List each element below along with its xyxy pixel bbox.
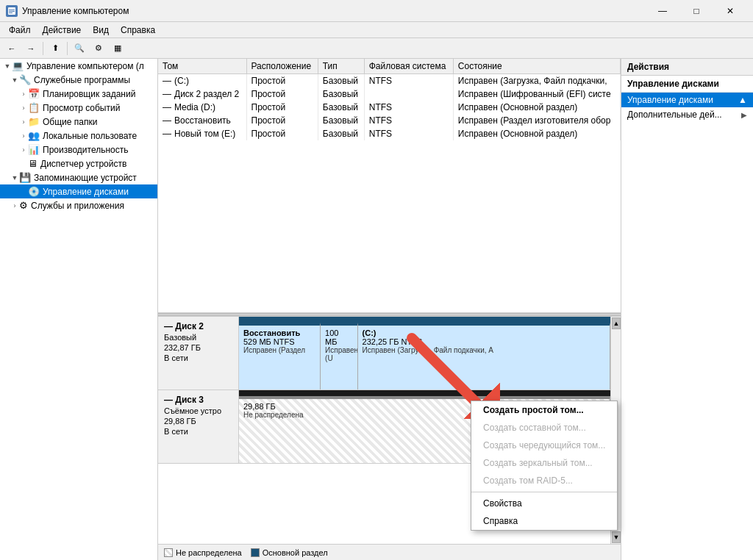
window-controls[interactable]: — □ ✕	[646, 0, 747, 22]
shares-icon: 📁	[28, 116, 40, 127]
legend-primary: Основной раздел	[251, 548, 328, 557]
actions-panel: Действия Управление дисками Управление д…	[621, 59, 753, 560]
table-row[interactable]: —ВосстановитьПростойБазовыйNTFSИсправен …	[158, 114, 621, 127]
tree-item-svcs[interactable]: › ⚙ Службы и приложения	[0, 198, 157, 212]
context-menu-item-raid5[interactable]: Создать том RAID-5...	[471, 472, 617, 489]
table-cell: Простой	[246, 127, 318, 140]
table-row[interactable]: —Media (D:)ПростойБазовыйNTFSИсправен (О…	[158, 101, 621, 114]
expand-icon: ›	[19, 132, 28, 140]
legend-primary-label: Основной раздел	[263, 548, 328, 557]
expand-icon: ›	[19, 118, 28, 126]
menu-file[interactable]: Файл	[3, 24, 37, 37]
toolbar-up[interactable]: ⬆	[46, 40, 64, 57]
tree-item-perf[interactable]: › 📊 Производительность	[0, 143, 157, 157]
context-menu-item-properties[interactable]: Свойства	[471, 495, 617, 512]
disk-2-part-c[interactable]: (C:) 232,25 ГБ NTFS Исправен (Загрузка, …	[358, 323, 610, 390]
svg-rect-3	[9, 12, 13, 13]
table-cell: —Восстановить	[158, 114, 246, 127]
table-cell: Простой	[246, 101, 318, 114]
diskmgmt-icon: 💿	[28, 186, 40, 197]
tree-item-diskmgmt[interactable]: 💿 Управление дисками	[0, 184, 157, 198]
table-cell: —Диск 2 раздел 2	[158, 87, 246, 101]
toolbar-forward[interactable]: →	[22, 40, 40, 57]
storage-icon: 💾	[19, 172, 31, 183]
context-menu-item-help[interactable]: Справка	[471, 512, 617, 530]
tree-label: Просмотр событий	[43, 103, 120, 113]
disk-2-part-100mb[interactable]: 100 МБ Исправен (U	[321, 323, 358, 390]
menu-help[interactable]: Справка	[115, 24, 161, 37]
disk-part-size: 100 МБ	[325, 329, 353, 346]
legend-primary-box	[251, 548, 260, 557]
toolbar-extra[interactable]: ▦	[109, 40, 126, 57]
disk-part-status: Исправен (U	[325, 346, 353, 362]
scheduler-icon: 📅	[28, 88, 40, 99]
table-row[interactable]: —(C:)ПростойБазовыйNTFSИсправен (Загрузк…	[158, 74, 621, 88]
table-cell: Исправен (Загрузка, Файл подкачки,	[453, 74, 620, 88]
table-cell: NTFS	[364, 114, 453, 127]
toolbar-settings[interactable]: ⚙	[90, 40, 107, 57]
table-area[interactable]: Том Расположение Тип Файловая система Со…	[158, 59, 621, 313]
table-cell: Базовый	[318, 74, 364, 88]
legend-bar: Не распределена Основной раздел	[158, 544, 621, 560]
disk-2-header-bar	[239, 317, 610, 323]
table-cell: NTFS	[364, 101, 453, 114]
context-menu-item-mirrored[interactable]: Создать зеркальный том...	[471, 454, 617, 472]
scroll-up-btn[interactable]: ▲	[612, 317, 621, 329]
table-cell: Базовый	[318, 87, 364, 101]
disk-part-size: 529 МБ NTFS	[243, 337, 315, 346]
disk-3-name: — Диск 3	[164, 395, 232, 405]
table-cell: —Новый том (E:)	[158, 127, 246, 140]
perf-icon: 📊	[28, 144, 40, 155]
disk-2-name: — Диск 2	[164, 321, 232, 331]
disk-2-part-restore[interactable]: Восстановить 529 МБ NTFS Исправен (Разде…	[239, 323, 321, 390]
context-menu-item-simple[interactable]: Создать простой том...	[471, 401, 617, 419]
legend-unallocated-box	[164, 548, 173, 557]
scroll-down-btn[interactable]: ▼	[612, 531, 621, 543]
context-menu-item-spanned[interactable]: Создать составной том...	[471, 419, 617, 437]
right-container: Том Расположение Тип Файловая система Со…	[158, 59, 753, 560]
disk-2-size: 232,87 ГБ	[164, 343, 232, 352]
tree-label: Общие папки	[43, 117, 97, 127]
col-tip: Тип	[318, 59, 364, 74]
disk-part-status: Исправен (Загрузка, Файл подкачки, А	[363, 346, 605, 354]
table-header-row: Том Расположение Тип Файловая система Со…	[158, 59, 621, 74]
tree-item-devmgr[interactable]: 🖥 Диспетчер устройств	[0, 157, 157, 170]
maximize-button[interactable]: □	[679, 0, 713, 22]
tree-item-users[interactable]: › 👥 Локальные пользовате	[0, 129, 157, 143]
actions-arrow-icon: ▲	[738, 95, 747, 105]
menu-action[interactable]: Действие	[37, 24, 88, 37]
disk-2-status: В сети	[164, 353, 232, 362]
disk-3-info: — Диск 3 Съёмное устро 29,88 ГБ В сети	[158, 390, 239, 463]
table-cell: NTFS	[364, 127, 453, 140]
tree-item-shares[interactable]: › 📁 Общие папки	[0, 115, 157, 129]
table-cell: Базовый	[318, 114, 364, 127]
table-row[interactable]: —Новый том (E:)ПростойБазовыйNTFSИсправе…	[158, 127, 621, 140]
title-bar: Управление компьютером — □ ✕	[0, 0, 753, 22]
minimize-button[interactable]: —	[646, 0, 679, 22]
table-cell: Исправен (Шифрованный (EFI) систе	[453, 87, 620, 101]
close-button[interactable]: ✕	[713, 0, 747, 22]
tree-item-scheduler[interactable]: › 📅 Планировщик заданий	[0, 87, 157, 101]
expand-icon: ▼	[3, 62, 12, 71]
actions-item-more[interactable]: Дополнительные дей... ▶	[621, 107, 753, 122]
services-icon: 🔧	[19, 74, 31, 85]
tree-item-storage[interactable]: ▼ 💾 Запоминающие устройст	[0, 170, 157, 184]
users-icon: 👥	[28, 130, 40, 141]
disk-2-info: — Диск 2 Базовый 232,87 ГБ В сети	[158, 317, 239, 390]
toolbar-sep-2	[67, 42, 68, 55]
col-state: Состояние	[453, 59, 620, 74]
table-row[interactable]: —Диск 2 раздел 2ПростойБазовыйИсправен (…	[158, 87, 621, 101]
menu-view[interactable]: Вид	[87, 24, 115, 37]
svg-rect-2	[9, 11, 15, 12]
tree-item-computer[interactable]: ▼ 💻 Управление компьютером (л	[0, 59, 157, 73]
tree-item-services[interactable]: ▼ 🔧 Служебные программы	[0, 73, 157, 87]
disk-2-type: Базовый	[164, 333, 232, 342]
tree-label: Производительность	[43, 145, 128, 155]
toolbar-search[interactable]: 🔍	[71, 40, 88, 57]
expand-icon: ›	[19, 90, 28, 98]
toolbar-back[interactable]: ←	[3, 40, 21, 57]
tree-label: Службы и приложения	[31, 201, 124, 211]
tree-item-eventlog[interactable]: › 📋 Просмотр событий	[0, 101, 157, 115]
context-menu-item-striped[interactable]: Создать чередующийся том...	[471, 437, 617, 454]
actions-item-diskmgmt[interactable]: Управление дисками ▲	[621, 93, 753, 107]
